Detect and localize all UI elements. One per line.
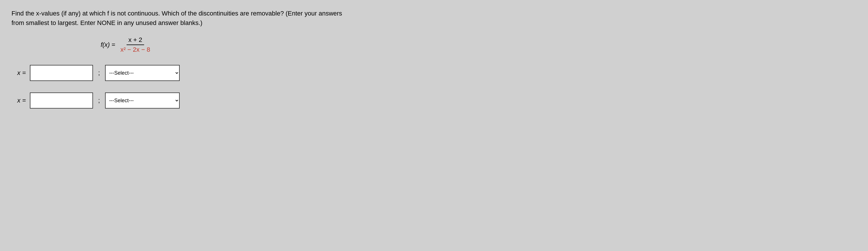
discontinuity-select-2[interactable]: ---Select--- removable not removable <box>105 92 180 108</box>
x-equals-label-1: x = <box>11 69 26 77</box>
semicolon-1: ; <box>98 69 100 77</box>
problem-text: Find the x-values (if any) at which f is… <box>11 9 413 28</box>
problem-line1: Find the x-values (if any) at which f is… <box>11 9 413 18</box>
fraction: x + 2 x² − 2x − 8 <box>119 36 152 54</box>
problem-line2: from smallest to largest. Enter NONE in … <box>11 18 413 28</box>
semicolon-2: ; <box>98 97 100 104</box>
x-value-input-2[interactable] <box>30 92 93 108</box>
denominator: x² − 2x − 8 <box>119 45 152 54</box>
answer-row-2: x = ; ---Select--- removable not removab… <box>11 92 413 108</box>
x-equals-label-2: x = <box>11 97 26 104</box>
x-value-input-1[interactable] <box>30 65 93 81</box>
fx-label: f(x) = <box>101 41 115 49</box>
main-container: Find the x-values (if any) at which f is… <box>11 9 413 120</box>
formula-container: f(x) = x + 2 x² − 2x − 8 <box>0 36 413 54</box>
numerator: x + 2 <box>127 36 144 45</box>
discontinuity-select-1[interactable]: ---Select--- removable not removable <box>105 65 180 81</box>
answer-row-1: x = ; ---Select--- removable not removab… <box>11 65 413 81</box>
formula: f(x) = x + 2 x² − 2x − 8 <box>101 36 152 54</box>
